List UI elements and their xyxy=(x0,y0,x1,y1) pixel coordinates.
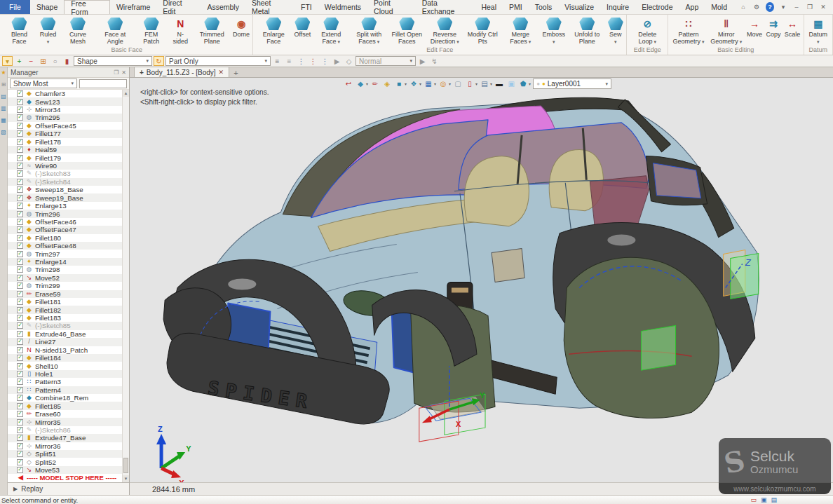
feature-checkbox[interactable] xyxy=(17,107,23,113)
feature-checkbox[interactable] xyxy=(17,219,23,225)
close-panel-icon[interactable]: ✕ xyxy=(121,69,126,76)
tree-item[interactable]: ▮Extrude46_Base xyxy=(8,330,122,338)
ribbon-button-modify-ctrl-pts[interactable]: Modify Ctrl Pts xyxy=(463,15,501,45)
tree-item[interactable]: ⊹Mirror34 xyxy=(8,106,122,114)
tree-item[interactable]: ⊹Mirror35 xyxy=(8,418,122,425)
grid-panel-icon[interactable]: ⊞ xyxy=(1,82,6,88)
feature-checkbox[interactable] xyxy=(17,251,23,257)
background-icon[interactable]: ▬ xyxy=(494,79,504,89)
tab-close-icon[interactable]: ✕ xyxy=(219,69,224,76)
tree-item[interactable]: ✎(-)Sketch86 xyxy=(8,426,122,434)
tree-item[interactable]: ◆Chamfer3 xyxy=(8,90,122,97)
ruler-status-icon[interactable]: ▭ xyxy=(750,497,757,503)
ribbon-button-extend-face[interactable]: Extend Face xyxy=(312,15,350,45)
feature-checkbox[interactable] xyxy=(17,147,23,153)
tree-item[interactable]: ❖Sweep19_Base xyxy=(8,193,122,201)
menu-tab-data-exchange[interactable]: Data Exchange xyxy=(416,0,475,14)
caret-down-icon[interactable]: ▾ xyxy=(779,2,787,12)
tree-item[interactable]: ✦Enlarge14 xyxy=(8,258,122,266)
menu-tab-direct-edit[interactable]: Direct Edit xyxy=(156,0,201,14)
history-chart-icon[interactable]: ▮ xyxy=(62,56,72,66)
ribbon-collapse-icon[interactable]: ⌂ xyxy=(739,2,747,12)
ribbon-button-dome[interactable]: ◉Dome xyxy=(231,15,252,39)
new-tab-button[interactable]: + xyxy=(233,69,238,77)
gear-icon[interactable]: ⚙ xyxy=(752,2,761,12)
feature-checkbox[interactable] xyxy=(17,451,23,457)
close-icon[interactable]: ✕ xyxy=(819,2,827,12)
ribbon-button-merge-faces[interactable]: Merge Faces xyxy=(501,15,539,45)
tree-item[interactable]: ◆Shell10 xyxy=(8,362,122,369)
feature-checkbox[interactable] xyxy=(17,130,23,137)
layer-dropdown[interactable]: ●●Layer0001 xyxy=(533,79,611,89)
menu-tab-sheet-metal[interactable]: Sheet Metal xyxy=(245,0,294,14)
tree-item[interactable]: ↘Move52 xyxy=(8,274,122,282)
tree-item[interactable]: ◆OffsetFace47 xyxy=(8,226,122,233)
hub-icon[interactable]: ◇ xyxy=(344,56,354,66)
ribbon-button-scale[interactable]: ↔Scale xyxy=(783,15,802,39)
filter-b-icon[interactable]: ≡ xyxy=(284,56,294,66)
feature-checkbox[interactable] xyxy=(17,203,23,209)
tree-item[interactable]: ✏Erase60 xyxy=(8,410,122,418)
ribbon-button-move[interactable]: →Move xyxy=(745,15,764,39)
feature-checkbox[interactable] xyxy=(17,139,23,145)
tree-item[interactable]: /Line27 xyxy=(8,338,122,346)
restore-icon[interactable]: ❐ xyxy=(806,2,814,12)
feature-checkbox[interactable] xyxy=(17,282,23,289)
feature-checkbox[interactable] xyxy=(17,114,23,121)
erase-view-icon[interactable]: ✏ xyxy=(370,79,380,89)
3d-viewport[interactable]: ↩◆▾✏◈■▾❖▾▦▾◎▾▢▯▾▤▾▬▣⬟▾●●Layer0001 <right… xyxy=(130,78,833,482)
menu-tab-inquire[interactable]: Inquire xyxy=(600,0,635,14)
assembly-panel-icon[interactable]: ▥ xyxy=(1,106,6,111)
feature-checkbox[interactable] xyxy=(17,379,23,385)
model-stop-marker[interactable]: ◀----- MODEL STOP HERE ----- xyxy=(8,474,122,482)
ribbon-button-delete-loop[interactable]: ⊘Delete Loop xyxy=(628,15,666,45)
ribbon-button-fillet-open-faces[interactable]: Fillet Open Faces xyxy=(388,15,426,45)
grid-display-icon-dropdown[interactable]: ▾ xyxy=(434,81,436,86)
scroll-thumb[interactable] xyxy=(123,458,128,473)
cursor2-icon[interactable]: ▶ xyxy=(417,56,428,66)
feature-checkbox[interactable] xyxy=(17,355,23,361)
tree-item[interactable]: ◆Fillet181 xyxy=(8,298,122,306)
feature-checkbox[interactable] xyxy=(17,243,23,249)
ribbon-button-offset[interactable]: Offset xyxy=(292,15,312,39)
menu-tab-point-cloud[interactable]: Point Cloud xyxy=(367,0,416,14)
texture-icon[interactable]: ▤ xyxy=(480,79,489,89)
feature-checkbox[interactable] xyxy=(17,395,23,401)
feature-checkbox[interactable] xyxy=(17,331,23,337)
tree-item[interactable]: ◇Split51 xyxy=(8,450,122,458)
feature-checkbox[interactable] xyxy=(17,266,23,273)
minimize-icon[interactable]: – xyxy=(792,2,801,12)
feature-checkbox[interactable] xyxy=(17,419,23,425)
feature-checkbox[interactable] xyxy=(17,179,23,185)
tree-item[interactable]: ◆Sew123 xyxy=(8,97,122,105)
tree-item[interactable]: ✦Enlarge13 xyxy=(8,202,122,210)
feature-checkbox[interactable] xyxy=(17,275,23,281)
feature-checkbox[interactable] xyxy=(17,307,23,313)
feature-checkbox[interactable] xyxy=(17,339,23,345)
scroll-up-icon[interactable]: ▲ xyxy=(123,90,129,97)
tree-item[interactable]: ◆OffsetFace48 xyxy=(8,242,122,250)
tree-item[interactable]: ◆Fillet185 xyxy=(8,402,122,409)
ribbon-button-sew[interactable]: Sew xyxy=(606,15,625,45)
tree-item[interactable]: ◆OffsetFace45 xyxy=(8,122,122,130)
exit-sketch-icon[interactable]: ↩ xyxy=(344,79,353,89)
shaded-view-icon-dropdown[interactable]: ▾ xyxy=(405,81,407,86)
document-tab[interactable]: + Body_11.5.Z3 - [Body] ✕ xyxy=(134,67,229,77)
tree-item[interactable]: ◆Fillet179 xyxy=(8,154,122,161)
tree-item[interactable]: ◍Trim298 xyxy=(8,266,122,273)
add-box-icon[interactable]: ⊞ xyxy=(38,56,48,66)
feature-checkbox[interactable] xyxy=(17,363,23,369)
feature-checkbox[interactable] xyxy=(17,195,23,201)
list-status-icon[interactable]: ▤ xyxy=(771,497,777,503)
link-icon[interactable]: ↯ xyxy=(429,56,440,66)
ribbon-button-trimmed-plane[interactable]: Trimmed Plane xyxy=(193,15,231,45)
feature-checkbox[interactable] xyxy=(17,315,23,321)
tree-item[interactable]: ◇Split52 xyxy=(8,458,122,465)
tree-item[interactable]: ∷Pattern3 xyxy=(8,378,122,386)
feature-checkbox[interactable] xyxy=(17,155,23,161)
tree-search-input[interactable] xyxy=(79,79,127,88)
ribbon-button-curve-mesh[interactable]: Curve Mesh xyxy=(60,15,96,45)
feature-checkbox[interactable] xyxy=(17,163,23,169)
tree-item[interactable]: ❖Sweep18_Base xyxy=(8,186,122,193)
feature-checkbox[interactable] xyxy=(17,226,23,233)
